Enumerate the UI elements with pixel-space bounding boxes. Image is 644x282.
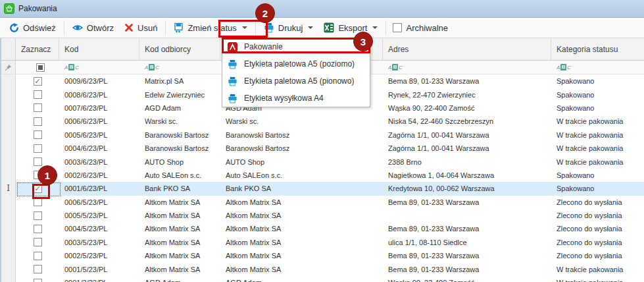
row-select-cell[interactable]: [16, 128, 59, 142]
row-checkbox[interactable]: [34, 279, 42, 282]
row-indicator-cell: [1, 236, 16, 249]
row-indicator-cell: [1, 142, 16, 155]
filter-cell-kod-odbiorcy[interactable]: ABC: [139, 61, 220, 74]
archive-toggle[interactable]: Archiwalne: [389, 23, 452, 33]
cell-kod-odbiorcy: Baranowski Bartosz: [139, 142, 220, 155]
row-checkbox[interactable]: [34, 238, 42, 246]
row-select-cell[interactable]: [16, 209, 59, 222]
column-header-adres[interactable]: Adres: [383, 38, 551, 60]
table-row[interactable]: 0006/6/23/PLWarski sc.Warski sc.Niska 54…: [1, 115, 644, 128]
row-checkbox[interactable]: [34, 117, 42, 126]
cell-status: Zlecono do wysłania: [551, 222, 644, 235]
abc-filter-icon: ABC: [388, 64, 403, 70]
table-row[interactable]: 0002/6/23/PLAuto SALEon s.c.Auto SALEon …: [1, 169, 644, 182]
filter-cell-adres[interactable]: ABC: [383, 61, 551, 74]
table-row[interactable]: 0001/3/23/PLAGD AdamAGD AdamWąska 90, 22…: [1, 276, 644, 282]
table-row[interactable]: 0005/5/23/PLAltkom Matrix SAAltkom Matri…: [1, 209, 644, 222]
row-indicator-cell: [1, 155, 16, 168]
row-select-cell[interactable]: [16, 236, 59, 249]
basket-icon: [4, 3, 14, 14]
row-checkbox[interactable]: [34, 198, 42, 206]
row-checkbox[interactable]: ✓: [34, 184, 42, 193]
menu-item-pakowanie[interactable]: Pakowanie: [222, 38, 370, 55]
column-header-kod-odbiorcy[interactable]: Kod odbiorcy: [139, 38, 220, 60]
row-select-cell[interactable]: [16, 101, 59, 115]
cell-kod: 0008/6/23/PL: [59, 88, 139, 101]
cell-kod: 0006/5/23/PL: [59, 196, 139, 209]
row-select-cell[interactable]: [16, 222, 59, 235]
cell-kod: 0001/3/23/PL: [59, 276, 139, 282]
cell-nazwa: AGD Adam: [220, 276, 383, 282]
cell-adres: Bema 89, 01-233 Warszawa: [383, 222, 551, 235]
filter-cell-kategoria[interactable]: ABC: [551, 61, 644, 74]
table-row[interactable]: 0004/6/23/PLBaranowski BartoszBaranowski…: [1, 142, 644, 155]
table-row[interactable]: I✓0001/6/23/PLBank PKO SABank PKO SAKred…: [1, 182, 644, 195]
archive-checkbox[interactable]: [393, 23, 402, 32]
table-row[interactable]: 0002/5/23/PLAltkom Matrix SAAltkom Matri…: [1, 249, 644, 262]
refresh-button[interactable]: Odśwież: [4, 20, 61, 36]
row-checkbox[interactable]: [34, 90, 42, 99]
row-indicator-cell: [1, 128, 16, 142]
menu-item-etykieta-a5-pionowo[interactable]: Etykieta paletowa A5 (pionowo): [222, 72, 370, 90]
row-indicator-cell: [1, 169, 16, 182]
cell-adres: Bema 89, 01-233 Warszawa: [383, 249, 551, 262]
export-button[interactable]: Eksport: [318, 20, 383, 36]
cell-status: Spakowano: [551, 101, 644, 115]
delete-button[interactable]: Usuń: [119, 20, 162, 36]
table-row[interactable]: 0006/5/23/PLAltkom Matrix SAAltkom Matri…: [1, 196, 644, 209]
cell-nazwa: Altkom Matrix SA: [220, 249, 383, 262]
printer-icon: [264, 22, 274, 33]
row-select-cell[interactable]: [16, 115, 59, 128]
column-header-kod[interactable]: Kod: [59, 38, 139, 60]
table-row[interactable]: 0001/5/23/PLAltkom Matrix SAAltkom Matri…: [1, 262, 644, 275]
annotation-badge-1: 1: [37, 165, 57, 185]
column-header-kategoria-statusu[interactable]: Kategoria statusu: [551, 38, 644, 60]
annotation-badge-2: 2: [255, 3, 275, 23]
open-button[interactable]: Otwórz: [67, 20, 119, 36]
column-header-zaznacz[interactable]: Zaznacz: [16, 38, 59, 60]
row-select-cell[interactable]: [16, 249, 59, 262]
row-select-cell[interactable]: [16, 276, 59, 282]
row-checkbox[interactable]: [34, 252, 42, 260]
cell-kod-odbiorcy: Matrix.pl SA: [139, 74, 220, 88]
select-all-checkbox-cell[interactable]: [16, 61, 59, 74]
cell-kod-odbiorcy: Altkom Matrix SA: [139, 222, 220, 235]
cell-adres: Bema 89, 01-233 Warszawa: [383, 262, 551, 275]
row-select-cell[interactable]: [16, 142, 59, 155]
filter-pin-icon[interactable]: [1, 61, 16, 74]
row-indicator-cell: [1, 115, 16, 128]
row-select-cell[interactable]: ✓: [16, 74, 59, 88]
row-select-cell[interactable]: [16, 196, 59, 209]
row-checkbox[interactable]: [34, 212, 42, 220]
menu-item-etykieta-wysylkowa-a4[interactable]: Etykieta wysyłkowa A4: [222, 90, 370, 107]
chevron-down-icon: [372, 26, 378, 29]
cell-adres: Niska 54, 22-460 Szczebrzeszyn: [383, 115, 551, 128]
cell-nazwa: Bank PKO SA: [220, 182, 383, 195]
table-row[interactable]: 0003/5/23/PLAltkom Matrix SAAltkom Matri…: [1, 236, 644, 249]
change-status-button[interactable]: Zmień status: [168, 20, 252, 36]
filter-cell-kod[interactable]: ABC: [59, 61, 139, 74]
table-row[interactable]: 0005/6/23/PLBaranowski BartoszBaranowski…: [1, 128, 644, 142]
table-row[interactable]: 0003/6/23/PLAUTO ShopAUTO Shop2388 BrnoW…: [1, 155, 644, 168]
row-checkbox[interactable]: [34, 144, 42, 153]
table-row[interactable]: 0004/5/23/PLAltkom Matrix SAAltkom Matri…: [1, 222, 644, 235]
row-select-cell[interactable]: [16, 262, 59, 275]
printer-icon: [228, 59, 237, 69]
toolbar-separator: [255, 20, 256, 35]
cell-status: Spakowano: [551, 88, 644, 101]
row-checkbox[interactable]: [34, 103, 42, 112]
cell-adres: ulica 1/1, 08-110 Siedlce: [383, 236, 551, 249]
row-select-cell[interactable]: [16, 88, 59, 101]
printer-icon: [228, 76, 237, 86]
cell-nazwa: Altkom Matrix SA: [220, 222, 383, 235]
select-all-checkbox[interactable]: [36, 63, 45, 72]
cell-kod-odbiorcy: AGD Adam: [139, 276, 220, 282]
row-checkbox[interactable]: [34, 265, 42, 273]
row-select-cell[interactable]: ✓: [16, 182, 59, 195]
menu-item-etykieta-a5-poziomo[interactable]: Etykieta paletowa A5 (poziomo): [222, 55, 370, 72]
row-checkbox[interactable]: [34, 130, 42, 139]
row-checkbox[interactable]: ✓: [34, 77, 42, 86]
cell-kod-odbiorcy: Warski sc.: [139, 115, 220, 128]
row-checkbox[interactable]: [34, 225, 42, 233]
row-checkbox[interactable]: [34, 157, 42, 166]
